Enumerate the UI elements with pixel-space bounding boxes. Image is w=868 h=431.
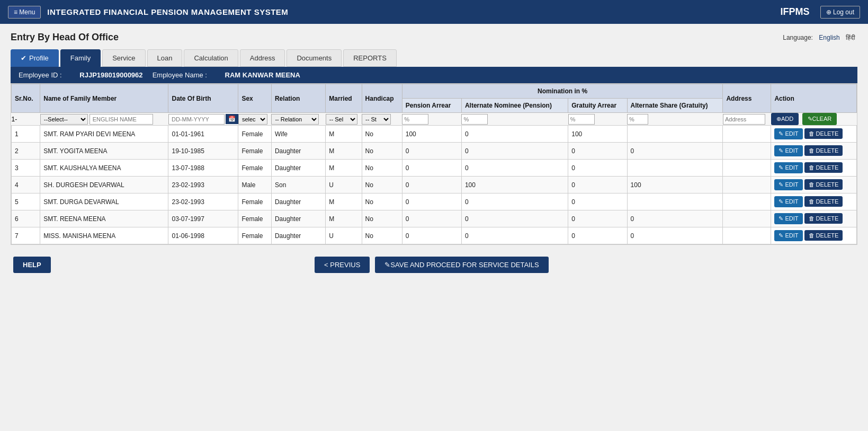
delete-button[interactable]: 🗑 DELETE	[804, 179, 843, 190]
language-selector: Language: English हिंदी	[781, 34, 857, 41]
dob-cell: 03-07-1997	[168, 210, 238, 227]
alt-share-cell: 0	[627, 143, 723, 160]
col-pension-arrear: Pension Arrear	[402, 99, 461, 113]
srno-cell: 3	[12, 160, 40, 177]
relation-cell: Daughter	[271, 193, 325, 210]
relation-cell: Daughter	[271, 210, 325, 227]
bottom-center-buttons: < PREVIUS ✎SAVE AND PROCEED FOR SERVICE …	[315, 257, 549, 273]
input-pension-arrear[interactable]	[402, 114, 428, 125]
input-name-cell: --Select--	[40, 113, 168, 126]
edit-button[interactable]: ✎ EDIT	[774, 213, 802, 224]
input-relation-cell: -- Relation	[271, 113, 325, 126]
input-dob[interactable]	[168, 114, 225, 125]
delete-button[interactable]: 🗑 DELETE	[804, 213, 843, 224]
sex-cell: Female	[238, 193, 272, 210]
tab-loan[interactable]: Loan	[147, 49, 183, 67]
delete-button[interactable]: 🗑 DELETE	[804, 230, 843, 241]
input-sex[interactable]: selec	[238, 114, 267, 125]
input-relation[interactable]: -- Relation	[271, 114, 319, 125]
delete-button[interactable]: 🗑 DELETE	[804, 162, 843, 173]
table-row: 1SMT. RAM PYARI DEVI MEENA01-01-1961Fema…	[12, 126, 857, 143]
table-row: 3SMT. KAUSHALYA MEENA13-07-1988FemaleDau…	[12, 160, 857, 177]
input-srno: 1-	[12, 113, 40, 126]
address-cell	[723, 160, 771, 177]
address-cell	[723, 126, 771, 143]
bottom-actions: HELP < PREVIUS ✎SAVE AND PROCEED FOR SER…	[11, 250, 857, 279]
clear-button[interactable]: ✎CLEAR	[802, 113, 837, 125]
table-row: 2SMT. YOGITA MEENA19-10-1985FemaleDaught…	[12, 143, 857, 160]
tab-loan-label: Loan	[157, 54, 173, 62]
srno-cell: 2	[12, 143, 40, 160]
input-handicap-cell: -- St	[362, 113, 402, 126]
alt-share-cell	[627, 193, 723, 210]
tab-documents[interactable]: Documents	[287, 49, 342, 67]
input-married[interactable]: -- Sel	[326, 114, 357, 125]
edit-button[interactable]: ✎ EDIT	[774, 196, 802, 207]
col-action: Action	[771, 84, 857, 113]
page-title-row: Entry By Head Of Office Language: Englis…	[11, 32, 857, 43]
dob-cell: 23-02-1993	[168, 193, 238, 210]
tab-address-label: Address	[250, 54, 275, 62]
logout-button[interactable]: ⊕ Log out	[820, 6, 860, 19]
married-cell: M	[326, 126, 362, 143]
pension-arrear-cell: 0	[402, 177, 461, 193]
edit-button[interactable]: ✎ EDIT	[774, 230, 802, 241]
tab-service[interactable]: Service	[102, 49, 145, 67]
delete-button[interactable]: 🗑 DELETE	[804, 128, 843, 139]
tab-address[interactable]: Address	[240, 49, 285, 67]
delete-button[interactable]: 🗑 DELETE	[804, 196, 843, 207]
edit-button[interactable]: ✎ EDIT	[774, 128, 802, 139]
pension-arrear-cell: 0	[402, 160, 461, 177]
language-english[interactable]: English	[819, 34, 839, 41]
language-hindi[interactable]: हिंदी	[846, 34, 855, 41]
input-alt-nominee[interactable]	[461, 114, 488, 125]
edit-button[interactable]: ✎ EDIT	[774, 162, 802, 173]
help-button[interactable]: HELP	[13, 257, 51, 273]
alt-nominee-cell: 0	[461, 193, 568, 210]
dob-cell: 19-10-1985	[168, 143, 238, 160]
input-married-cell: -- Sel	[326, 113, 362, 126]
table-input-row: 1- --Select-- 📅	[12, 113, 857, 126]
pension-arrear-cell: 0	[402, 193, 461, 210]
tab-reports[interactable]: REPORTS	[343, 49, 397, 67]
alt-share-cell: 100	[627, 177, 723, 193]
menu-button[interactable]: ≡ Menu	[8, 6, 41, 19]
input-sex-cell: selec	[238, 113, 272, 126]
married-cell: M	[326, 193, 362, 210]
input-handicap[interactable]: -- St	[362, 114, 391, 125]
input-select[interactable]: --Select--	[40, 114, 88, 125]
profile-check-icon: ✔	[21, 54, 26, 62]
handicap-cell: No	[362, 143, 402, 160]
tab-family-label: Family	[70, 54, 91, 62]
tab-family[interactable]: Family	[60, 49, 101, 67]
edit-button[interactable]: ✎ EDIT	[774, 145, 802, 156]
col-alt-share: Alternate Share (Gratuity)	[627, 99, 723, 113]
relation-cell: Daughter	[271, 143, 325, 160]
delete-button[interactable]: 🗑 DELETE	[804, 145, 843, 156]
tab-calculation[interactable]: Calculation	[184, 49, 238, 67]
input-alt-share[interactable]	[627, 114, 648, 125]
add-button[interactable]: ⊕ADD	[771, 113, 799, 125]
edit-button[interactable]: ✎ EDIT	[774, 179, 802, 190]
col-handicap: Handicap	[362, 84, 402, 113]
table-row: 6SMT. REENA MEENA03-07-1997FemaleDaughte…	[12, 210, 857, 227]
relation-cell: Son	[271, 177, 325, 193]
col-sex: Sex	[238, 84, 272, 113]
address-cell	[723, 143, 771, 160]
input-address[interactable]	[723, 114, 765, 125]
language-label: Language:	[783, 34, 813, 41]
prev-button[interactable]: < PREVIUS	[315, 257, 370, 273]
dob-cell: 01-01-1961	[168, 126, 238, 143]
input-english-name[interactable]	[90, 114, 153, 125]
save-proceed-button[interactable]: ✎SAVE AND PROCEED FOR SERVICE DETAILS	[375, 257, 548, 273]
pension-arrear-cell: 100	[402, 126, 461, 143]
calendar-icon-button[interactable]: 📅	[226, 114, 238, 124]
tab-profile[interactable]: ✔ Profile	[11, 49, 59, 67]
col-alt-nominee: Alternate Nominee (Pension)	[461, 99, 568, 113]
table-row: 5SMT. DURGA DEVARWAL23-02-1993FemaleDaug…	[12, 193, 857, 210]
col-dob: Date Of Birth	[168, 84, 238, 113]
input-gratuity-arrear[interactable]	[568, 114, 595, 125]
gratuity-arrear-cell: 0	[568, 160, 627, 177]
page-body: Entry By Head Of Office Language: Englis…	[0, 24, 868, 287]
input-gratuity-cell	[568, 113, 627, 126]
